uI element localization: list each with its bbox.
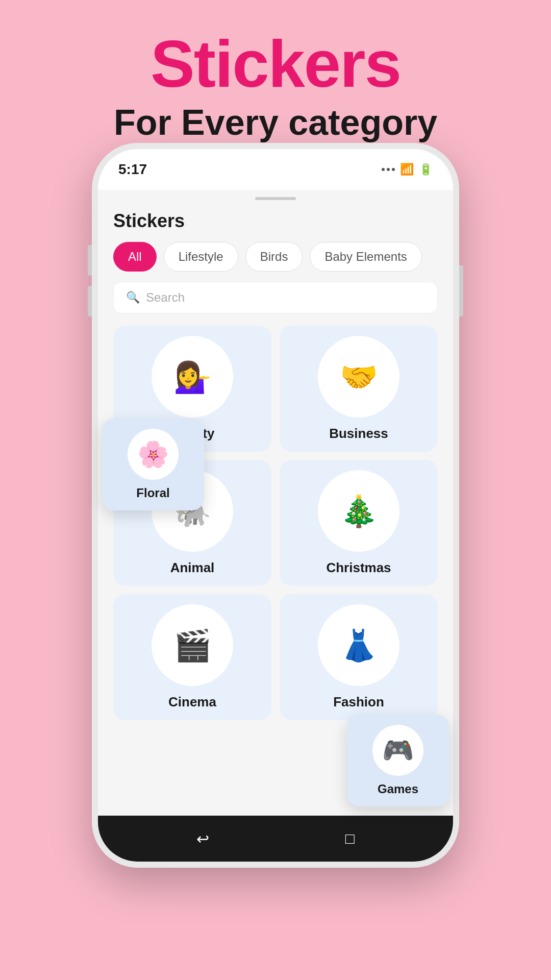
cinema-illustration: 🎬 bbox=[173, 627, 212, 664]
battery-icon: 🔋 bbox=[419, 163, 433, 176]
floral-emoji: 🌸 bbox=[137, 439, 169, 469]
page-background: Stickers For Every category 5:17 bbox=[0, 0, 551, 158]
sticker-label-christmas: Christmas bbox=[326, 560, 391, 576]
status-bar: 5:17 📶 🔋 bbox=[98, 149, 453, 190]
status-icons: 📶 🔋 bbox=[382, 163, 433, 176]
sticker-circle-business: 🤝 bbox=[318, 336, 399, 418]
volume-down-button bbox=[88, 286, 92, 316]
games-emoji: 🎮 bbox=[382, 736, 414, 765]
sticker-circle-beauty: 💁‍♀️ bbox=[152, 336, 233, 418]
search-bar[interactable]: 🔍 Search bbox=[113, 282, 438, 313]
main-title: Stickers bbox=[0, 31, 551, 97]
scroll-indicator bbox=[255, 197, 296, 200]
wifi-icon: 📶 bbox=[400, 163, 414, 176]
sticker-grid: 💁‍♀️ Beauty 🤝 Business 🐘 bbox=[98, 326, 453, 730]
floral-card-label: Floral bbox=[136, 486, 169, 500]
sticker-circle-cinema: 🎬 bbox=[152, 604, 233, 686]
sticker-label-cinema: Cinema bbox=[168, 694, 216, 710]
signal-dots-icon bbox=[382, 168, 395, 171]
sticker-label-animal: Animal bbox=[170, 560, 215, 576]
sticker-label-fashion: Fashion bbox=[333, 694, 384, 710]
business-illustration: 🤝 bbox=[340, 359, 378, 395]
search-placeholder: Search bbox=[146, 290, 185, 305]
sticker-circle-fashion: 👗 bbox=[318, 604, 399, 686]
app-screen-title: Stickers bbox=[98, 210, 453, 242]
volume-up-button bbox=[88, 245, 92, 276]
fashion-illustration: 👗 bbox=[340, 627, 378, 664]
sticker-card-fashion[interactable]: 👗 Fashion bbox=[280, 594, 438, 720]
chip-birds[interactable]: Birds bbox=[245, 242, 303, 272]
sticker-card-cinema[interactable]: 🎬 Cinema bbox=[113, 594, 271, 720]
chip-baby[interactable]: Baby Elements bbox=[310, 242, 421, 272]
power-button bbox=[459, 265, 463, 316]
beauty-illustration: 💁‍♀️ bbox=[173, 359, 212, 395]
games-card-icon: 🎮 bbox=[372, 725, 423, 776]
sticker-label-business: Business bbox=[329, 426, 388, 442]
chip-all[interactable]: All bbox=[113, 242, 157, 272]
search-icon: 🔍 bbox=[126, 291, 140, 304]
sticker-card-business[interactable]: 🤝 Business bbox=[280, 326, 438, 452]
sticker-card-christmas[interactable]: 🎄 Christmas bbox=[280, 460, 438, 586]
sticker-circle-christmas: 🎄 bbox=[318, 470, 399, 552]
games-card-label: Games bbox=[378, 782, 418, 796]
christmas-illustration: 🎄 bbox=[340, 493, 378, 529]
floral-card-icon: 🌸 bbox=[128, 429, 179, 480]
page-header: Stickers For Every category bbox=[0, 0, 551, 158]
home-nav-icon[interactable]: □ bbox=[345, 830, 355, 847]
filter-chips-row: All Lifestyle Birds Baby Elements bbox=[98, 242, 453, 282]
main-subtitle: For Every category bbox=[0, 102, 551, 143]
chip-lifestyle[interactable]: Lifestyle bbox=[164, 242, 238, 272]
back-nav-icon[interactable]: ↩ bbox=[196, 830, 209, 848]
floating-floral-card[interactable]: 🌸 Floral bbox=[102, 419, 204, 510]
status-time: 5:17 bbox=[118, 161, 147, 178]
phone-mockup: 5:17 📶 🔋 Stickers All Lifestyle Bir bbox=[92, 143, 459, 868]
bottom-nav: ↩ □ bbox=[98, 816, 453, 862]
floating-games-card[interactable]: 🎮 Games bbox=[347, 715, 449, 806]
